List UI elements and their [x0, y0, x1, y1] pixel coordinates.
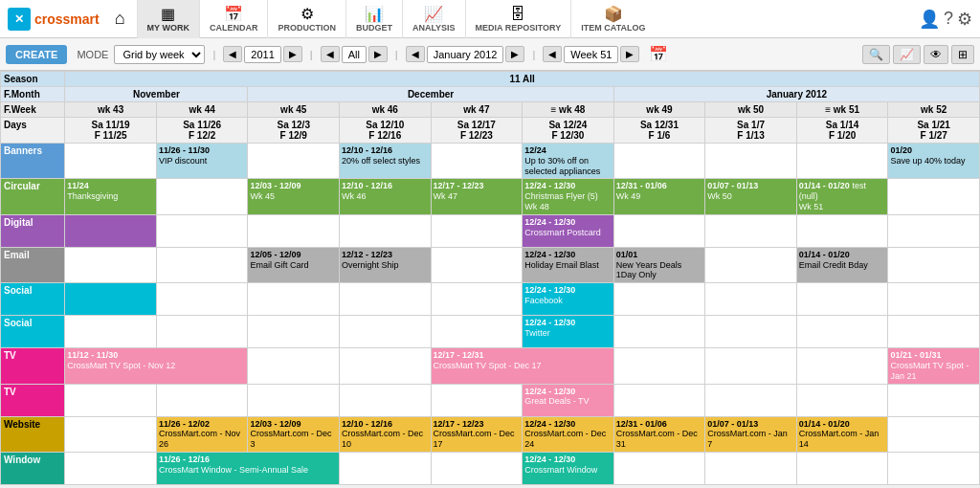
tv-wk45[interactable] — [248, 348, 340, 384]
circular-wk47[interactable]: 12/17 - 12/23Wk 47 — [431, 179, 523, 214]
tv-jan-spot[interactable]: 01/21 - 01/31CrossMart TV Spot - Jan 21 — [888, 348, 980, 384]
email-wk46[interactable]: 12/12 - 12/23Overnight Ship — [340, 247, 432, 282]
social-wk44[interactable] — [156, 283, 248, 316]
tv2-wk46[interactable] — [340, 384, 432, 416]
home-icon[interactable]: ⌂ — [115, 9, 125, 29]
window-wk51[interactable] — [796, 452, 888, 484]
social-wk43[interactable] — [65, 283, 157, 316]
settings-icon[interactable]: ⚙ — [957, 9, 972, 30]
email-wk50[interactable] — [705, 247, 797, 282]
grid-button[interactable]: ⊞ — [951, 45, 974, 64]
email-wk47[interactable] — [431, 247, 523, 282]
tv2-wk47[interactable] — [431, 384, 523, 416]
window-wk43[interactable] — [65, 452, 157, 484]
tv-great-deals[interactable]: 12/24 - 12/30Great Deals - TV — [523, 384, 614, 416]
email-wk49[interactable]: 01/01New Years Deals 1Day Only — [613, 247, 705, 282]
nav-calendar[interactable]: 📅 CALENDAR — [199, 0, 268, 38]
social2-wk51[interactable] — [796, 316, 888, 348]
social-twitter-wk48[interactable]: 12/24 - 12/30Twitter — [523, 316, 614, 348]
search-button[interactable]: 🔍 — [862, 45, 890, 64]
tv-dec-spot[interactable]: 12/17 - 12/31CrossMart TV Spot - Dec 17 — [431, 348, 613, 384]
year-next[interactable]: ▶ — [283, 46, 302, 62]
circular-wk52[interactable] — [888, 179, 980, 214]
social-wk51[interactable] — [796, 283, 888, 316]
circular-wk50[interactable]: 01/07 - 01/13Wk 50 — [705, 179, 797, 214]
circular-wk48[interactable]: 12/24 - 12/30Christmas Flyer (5)Wk 48 — [523, 179, 614, 214]
nav-production[interactable]: ⚙ PRODUCTION — [267, 0, 345, 38]
social2-wk44[interactable] — [156, 316, 248, 348]
website-wk51[interactable]: 01/14 - 01/20CrossMart.com - Jan 14 — [796, 416, 888, 452]
view-button[interactable]: 👁 — [924, 45, 948, 64]
week-prev[interactable]: ◀ — [543, 46, 562, 62]
tv-wk51[interactable] — [796, 348, 888, 384]
digital-wk49[interactable] — [613, 214, 705, 247]
nav-media-repository[interactable]: 🗄 MEDIA REPOSITORY — [465, 0, 571, 38]
month-next[interactable]: ▶ — [505, 46, 524, 62]
tv-wk46[interactable] — [340, 348, 432, 384]
window-wk46[interactable] — [340, 452, 432, 484]
digital-wk45[interactable] — [248, 214, 340, 247]
website-wk48[interactable]: 12/24 - 12/30CrossMart.com - Dec 24 — [523, 416, 614, 452]
nav-analysis[interactable]: 📈 ANALYSIS — [402, 0, 465, 38]
email-wk52[interactable] — [888, 247, 980, 282]
email-wk44[interactable] — [156, 247, 248, 282]
social2-wk45[interactable] — [248, 316, 340, 348]
circular-wk45[interactable]: 12/03 - 12/09Wk 45 — [248, 179, 340, 214]
banners-wk45[interactable] — [248, 144, 340, 179]
website-wk44[interactable]: 11/26 - 12/02CrossMart.com - Nov 26 — [156, 416, 248, 452]
calendar-picker-icon[interactable]: 📅 — [649, 45, 668, 63]
digital-wk46[interactable] — [340, 214, 432, 247]
user-icon[interactable]: 👤 — [919, 9, 940, 30]
tv2-wk50[interactable] — [705, 384, 797, 416]
window-wk49[interactable] — [613, 452, 705, 484]
banners-wk46[interactable]: 12/10 - 12/1620% off select styles — [340, 144, 432, 179]
social2-wk46[interactable] — [340, 316, 432, 348]
create-button[interactable]: CREATE — [6, 45, 67, 64]
circular-wk49[interactable]: 12/31 - 01/06Wk 49 — [613, 179, 705, 214]
digital-wk52[interactable] — [888, 214, 980, 247]
website-wk45[interactable]: 12/03 - 12/09CrossMart.com - Dec 3 — [248, 416, 340, 452]
mode-select[interactable]: Grid by week — [114, 45, 205, 64]
social-wk50[interactable] — [705, 283, 797, 316]
circular-wk44[interactable] — [156, 179, 248, 214]
email-wk51[interactable]: 01/14 - 01/20Email Credit Bday — [796, 247, 888, 282]
social-wk52[interactable] — [888, 283, 980, 316]
social2-wk47[interactable] — [431, 316, 523, 348]
email-wk48[interactable]: 12/24 - 12/30Holiday Email Blast — [523, 247, 614, 282]
banners-wk52[interactable]: 01/20Save up 40% today — [888, 144, 980, 179]
website-wk50[interactable]: 01/07 - 01/13CrossMart.com - Jan 7 — [705, 416, 797, 452]
circular-wk46[interactable]: 12/10 - 12/16Wk 46 — [340, 179, 432, 214]
website-wk43[interactable] — [65, 416, 157, 452]
circular-wk51[interactable]: 01/14 - 01/20 test (null)Wk 51 — [796, 179, 888, 214]
logo[interactable]: ✕ crossmart — [8, 8, 100, 31]
window-wk50[interactable] — [705, 452, 797, 484]
digital-wk43[interactable] — [65, 214, 157, 247]
banners-wk47[interactable] — [431, 144, 523, 179]
tv-wk50[interactable] — [705, 348, 797, 384]
email-wk43[interactable] — [65, 247, 157, 282]
email-wk45[interactable]: 12/05 - 12/09Email Gift Card — [248, 247, 340, 282]
social-wk46[interactable] — [340, 283, 432, 316]
social2-wk52[interactable] — [888, 316, 980, 348]
website-wk46[interactable]: 12/10 - 12/16CrossMart.com - Dec 10 — [340, 416, 432, 452]
tv-wk49[interactable] — [613, 348, 705, 384]
help-icon[interactable]: ? — [944, 9, 953, 29]
banners-wk44[interactable]: 11/26 - 11/30VIP discount — [156, 144, 248, 179]
digital-wk44[interactable] — [156, 214, 248, 247]
chart-button[interactable]: 📈 — [893, 45, 921, 64]
nav-budget[interactable]: 📊 BUDGET — [345, 0, 402, 38]
circular-wk43[interactable]: 11/24Thanksgiving — [65, 179, 157, 214]
banners-wk51[interactable] — [796, 144, 888, 179]
nav-item-catalog[interactable]: 📦 ITEM CATALOG — [570, 0, 655, 38]
digital-wk51[interactable] — [796, 214, 888, 247]
website-wk49[interactable]: 12/31 - 01/06CrossMart.com - Dec 31 — [613, 416, 705, 452]
all-next[interactable]: ▶ — [368, 46, 388, 62]
banners-wk49[interactable] — [613, 144, 705, 179]
tv2-wk44[interactable] — [156, 384, 248, 416]
social2-wk49[interactable] — [613, 316, 705, 348]
digital-wk47[interactable] — [431, 214, 523, 247]
window-christmas[interactable]: 12/24 - 12/30Crossmart Window — [523, 452, 614, 484]
digital-wk48[interactable]: 12/24 - 12/30Crossmart Postcard — [523, 214, 614, 247]
social-facebook-wk48[interactable]: 12/24 - 12/30Facebook — [523, 283, 614, 316]
nav-my-work[interactable]: ▦ MY WORK — [137, 0, 199, 38]
